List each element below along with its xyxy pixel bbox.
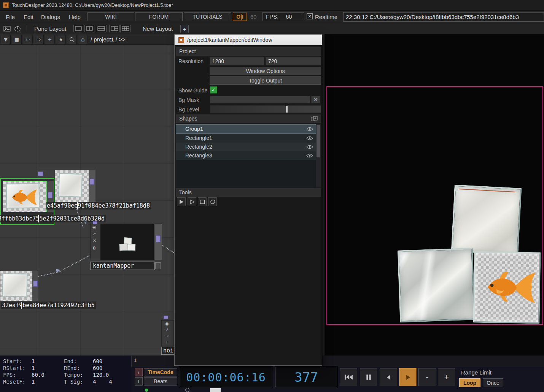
node-connector[interactable]: [33, 281, 38, 287]
forum-button[interactable]: FORUM: [135, 12, 183, 21]
add-bookmark-icon[interactable]: +: [45, 35, 55, 44]
status-field[interactable]: 22:30:12 C:/Users/qyw20/Desktop/f8ffbb63…: [343, 12, 544, 22]
home-icon[interactable]: ⌂: [78, 35, 88, 44]
realtime-checkbox[interactable]: ✕: [307, 13, 313, 19]
tsig-value[interactable]: 4 4: [93, 379, 112, 385]
visibility-eye-icon[interactable]: [306, 145, 313, 149]
shapes-scrollbar[interactable]: [316, 124, 321, 187]
kantan-mapper-node[interactable]: ◉ ↗ ✕ ◐: [90, 224, 162, 259]
pane-layout-grid-button[interactable]: [120, 25, 131, 32]
wiki-button[interactable]: WIKI: [87, 12, 134, 21]
bottom-node[interactable]: [0, 270, 38, 301]
clear-bg-mask-icon[interactable]: ✕: [311, 96, 320, 103]
node-connector[interactable]: [93, 221, 97, 224]
menu-edit[interactable]: Edit: [24, 14, 33, 20]
once-button[interactable]: Once: [483, 378, 503, 387]
play-button[interactable]: [399, 368, 417, 386]
node-expand-button[interactable]: [155, 262, 161, 269]
oi-toggle[interactable]: O|I: [233, 13, 247, 21]
pane-layout-three-pane-button[interactable]: [109, 25, 120, 32]
shape-row[interactable]: Group1: [176, 125, 316, 133]
slash-mode-button[interactable]: /: [135, 368, 143, 376]
forward-icon[interactable]: ⇨: [34, 35, 44, 44]
node-connector[interactable]: [164, 316, 168, 319]
pane-layout-single-button[interactable]: [73, 25, 83, 32]
node-label[interactable]: f8ffbb63dbc755e2f92031ce8d6b320d: [0, 215, 106, 222]
node-connector[interactable]: [89, 179, 94, 185]
stop-icon[interactable]: ■: [12, 35, 22, 44]
step-back-icon: [386, 375, 391, 380]
node-label[interactable]: e45af90ee91f084ee378f21baf18d8: [46, 202, 151, 209]
menu-dialogs[interactable]: Dialogs: [41, 14, 60, 20]
bg-level-label: Bg Level: [178, 106, 199, 113]
rectangle-tool-icon[interactable]: [198, 197, 207, 206]
bg-mask-field[interactable]: [210, 96, 310, 103]
add-flag-icon[interactable]: +: [165, 340, 169, 345]
zoom-icon[interactable]: [67, 35, 77, 44]
scrollbar-thumb[interactable]: [317, 125, 320, 157]
tempo-value[interactable]: 120.0: [93, 372, 109, 378]
resolution-height-field[interactable]: 720: [266, 57, 321, 65]
bg-level-slider[interactable]: [210, 105, 321, 113]
window-options-button[interactable]: Window Options: [210, 67, 321, 75]
visibility-eye-icon[interactable]: [306, 136, 313, 140]
visibility-eye-icon[interactable]: [306, 154, 313, 158]
edit-window-titlebar[interactable]: /project1/kantanMapper/editWindow: [175, 35, 322, 45]
back-icon[interactable]: ⇦: [23, 35, 33, 44]
freeform-tool-icon[interactable]: [208, 197, 217, 206]
select-tool-icon[interactable]: [177, 197, 186, 206]
node-label[interactable]: 32eaf9bea84ee7a1192492c3fb5: [1, 302, 96, 309]
pane-layout-split-vertical-button[interactable]: [84, 25, 94, 32]
export-flag-icon[interactable]: →: [165, 333, 169, 339]
export-icon[interactable]: [13, 24, 22, 33]
toggle-output-button[interactable]: Toggle Output: [210, 76, 321, 85]
viewer-toggle-icon[interactable]: ◉: [165, 321, 169, 327]
lock-flag-icon[interactable]: ◐: [92, 245, 96, 251]
menu-file[interactable]: File: [6, 14, 15, 20]
bypass-icon[interactable]: ✕: [93, 238, 96, 244]
pause-button[interactable]: [360, 368, 377, 386]
node-flag-icon[interactable]: ↗: [92, 232, 96, 237]
node-flag-icon[interactable]: ↗: [165, 327, 169, 333]
new-layout-add-button[interactable]: +: [180, 25, 189, 33]
viewer-toggle-icon[interactable]: ◉: [92, 225, 96, 230]
image-icon[interactable]: [2, 24, 11, 33]
pane-menu-arrow-icon[interactable]: ▼: [1, 35, 11, 44]
add-shape-icon[interactable]: [310, 115, 318, 122]
shape-row[interactable]: Rectangle2: [176, 143, 316, 151]
tempo-label: Tempo:: [64, 372, 83, 378]
timecode-tab[interactable]: TimeCode: [144, 368, 177, 376]
shape-row[interactable]: Rectangle3: [176, 151, 316, 160]
show-guide-checkbox[interactable]: ✓: [210, 86, 217, 94]
resetf-value[interactable]: 1: [32, 379, 35, 385]
loop-button[interactable]: Loop: [459, 378, 480, 387]
end-value[interactable]: 600: [93, 358, 102, 364]
node-connector[interactable]: [48, 192, 52, 198]
visibility-eye-icon[interactable]: [306, 127, 313, 131]
decrement-frame-button[interactable]: -: [418, 368, 436, 386]
skip-to-start-button[interactable]: [340, 368, 357, 386]
step-back-button[interactable]: [380, 368, 397, 386]
start-value[interactable]: 1: [32, 358, 35, 364]
increment-frame-button[interactable]: +: [438, 368, 455, 386]
tutorials-button[interactable]: TUTORIALS: [184, 12, 231, 21]
menu-help[interactable]: Help: [69, 14, 81, 20]
fps-box[interactable]: FPS: 60: [262, 12, 304, 21]
star-icon[interactable]: ★: [56, 35, 66, 44]
edit-window-title: /project1/kantanMapper/editWindow: [187, 37, 272, 43]
node-connector[interactable]: [156, 235, 161, 242]
draw-polygon-tool-icon[interactable]: [188, 197, 196, 206]
breadcrumb[interactable]: / project1 / >>: [91, 36, 126, 43]
node-label[interactable]: kantanMapper: [90, 262, 155, 270]
node-connector[interactable]: [38, 171, 43, 176]
rstart-value[interactable]: 1: [32, 365, 35, 371]
shape-row[interactable]: Rectangle1: [176, 134, 316, 143]
rend-value[interactable]: 600: [93, 365, 102, 371]
resolution-width-field[interactable]: 1280: [210, 57, 264, 65]
pane-layout-split-horizontal-button[interactable]: [96, 25, 107, 32]
beats-tab[interactable]: Beats: [144, 377, 177, 386]
bg-level-slider-handle[interactable]: [286, 106, 288, 113]
fps-value[interactable]: 60.0: [32, 372, 45, 378]
glass-cube-fish: [473, 251, 541, 324]
index-mode-button[interactable]: I: [135, 377, 143, 386]
